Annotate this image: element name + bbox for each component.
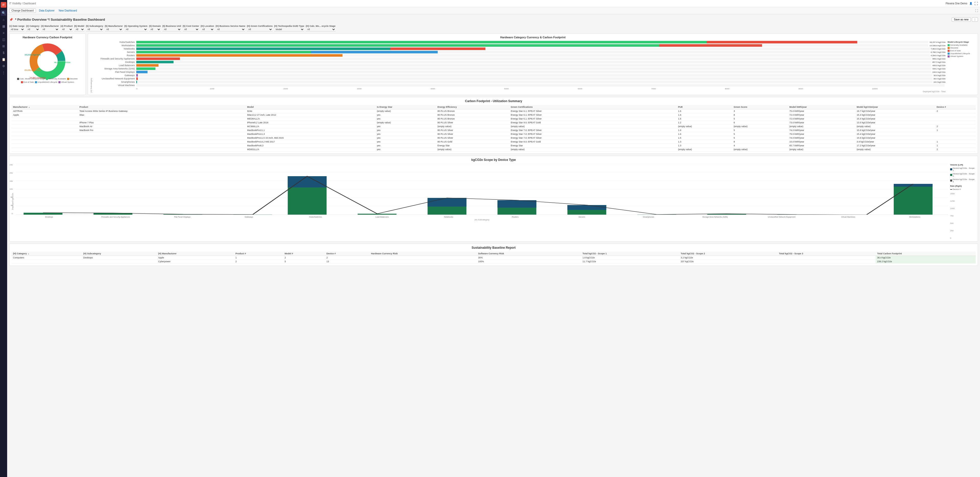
bar-workstations-s2 xyxy=(894,184,932,215)
col-sw-risk[interactable]: Software Currency Risk xyxy=(477,252,581,256)
sidebar-icon-search[interactable]: 🔍 xyxy=(1,10,6,16)
filter-manufacturer2[interactable]: (5) Manufacturer All xyxy=(105,25,123,32)
hbar-row-unclassified: Unclassified Network Equipment 36.4 kgCO… xyxy=(95,77,945,80)
legend-item-obsolete: Obsolete xyxy=(67,78,78,80)
legend-scope1: Device kgCO2e - Scope 1 xyxy=(950,167,976,172)
more-options-button[interactable]: ⋮ xyxy=(972,18,978,22)
col-scope2[interactable]: Total kgCO2 - Scope 2 xyxy=(679,252,777,256)
new-dashboard-button[interactable]: New Dashboard xyxy=(58,9,78,13)
hardware-currency-carbon-title: Hardware Currency Carbon Footprint xyxy=(11,36,83,39)
col-total-carbon[interactable]: Total Carbon Footprint xyxy=(876,252,976,256)
user-icon[interactable]: 👤 xyxy=(969,2,972,5)
hbar-row-servers: Servers 6,786.3 kgCO2e xyxy=(95,51,945,53)
legend-item: Calc. Model Lifecycle Stage xyxy=(17,78,45,80)
filter-manufacturer[interactable]: (3) Manufacturer All xyxy=(41,25,59,32)
filter-lifecycle[interactable]: (H) Calc. Mo... ecycle Stage All xyxy=(306,25,336,32)
kgco2e-bar-svg xyxy=(16,164,948,215)
sidebar-icon-more[interactable]: ⋮ xyxy=(1,70,6,76)
filter-location[interactable]: (H) Location All xyxy=(200,25,214,32)
sidebar-icon-reports[interactable]: ≡ xyxy=(1,30,6,36)
legend-item-virtual: Virtual System xyxy=(59,81,74,83)
hbar-row-vms: Virtual Machines xyxy=(95,84,945,86)
sidebar-icon-contracts[interactable]: 📋 xyxy=(1,57,6,62)
hbar-row-san: Storage Area Networks (SAN) 439.2 kgCO2e xyxy=(95,67,945,70)
filter-green-certs[interactable]: (H) Green Certifications All xyxy=(247,25,272,32)
donut-legend: Calc. Model Lifecycle Stage Generally Av… xyxy=(11,77,83,83)
sidebar-icon-home[interactable]: ⌂ xyxy=(1,17,6,22)
table-row: MacBook Pro MacBookPro11,1 yes 80 PLUS S… xyxy=(11,128,976,132)
hbar-x-labels: 0 1000 2000 3000 4000 5000 6000 7000 800… xyxy=(95,88,945,90)
col-kgco2e[interactable]: Model kgCO2e/year xyxy=(855,105,935,109)
col-model-hash[interactable]: Model # xyxy=(283,252,325,256)
col-product-hash[interactable]: Product # xyxy=(234,252,283,256)
filter-category[interactable]: (2) Category All xyxy=(26,25,40,32)
hardware-category-currency-panel: Hardware Category Currency & Carbon Foot… xyxy=(88,34,978,95)
col-green-score[interactable]: Green Score xyxy=(732,105,788,109)
table-row: Apple iMac iMac13,2 27-inch, Late 2012 y… xyxy=(11,113,976,117)
sidebar-icon-settings[interactable]: ⚙ xyxy=(1,63,6,69)
filter-os[interactable]: (5) Operating System All xyxy=(124,25,148,32)
main-content: 📌 * Portfolio Overview */ Sustainability… xyxy=(7,14,980,477)
hbar-row-flatpanel: Flat Panel Displays 246.0 kgCO2e xyxy=(95,71,945,73)
filter-business-unit[interactable]: (5) Business Unit All xyxy=(162,25,181,32)
col-product[interactable]: Product xyxy=(78,105,245,109)
col-hw-risk[interactable]: Hardware Currency Risk xyxy=(369,252,477,256)
col-device-hash[interactable]: Device # xyxy=(325,252,369,256)
col-model[interactable]: Model xyxy=(245,105,375,109)
change-dashboard-button[interactable]: Change Dashboard xyxy=(9,8,36,13)
sidebar-icon-software[interactable]: ⊞ xyxy=(1,43,6,49)
sidebar-icon-finance[interactable]: $ xyxy=(1,50,6,56)
legend-item-unpublished: Unpublished Lifecycle xyxy=(35,81,57,83)
filter-technopedia[interactable]: (H) Technopedia GUID Type Model xyxy=(274,25,304,32)
col-manufacturer[interactable]: (H) Manufacturer xyxy=(157,252,234,256)
col-category[interactable]: (H) Category ▲ xyxy=(11,252,82,256)
col-manufacturer[interactable]: Manufacturer ▲ xyxy=(11,105,78,109)
col-energy-efficiency[interactable]: Energy Efficiency xyxy=(436,105,509,109)
table-row: MD831LL/A yes (empty value) (empty value… xyxy=(11,148,976,152)
carbon-utilization-panel: Carbon Footprint - Utilization Summary M… xyxy=(9,97,978,154)
share-icon[interactable]: ⛶ xyxy=(974,2,978,6)
table-row: MacBookPro8,3 yes Energy Star Energy Sta… xyxy=(11,144,976,148)
bar-chart-right-legend: Volume (Left) Device kgCO2e - Scope 1 De… xyxy=(950,164,976,239)
legend-available: Generally Available xyxy=(948,44,976,46)
col-scope3[interactable]: Total kgCO2 - Scope 3 xyxy=(777,252,876,256)
filter-domain[interactable]: (5) Domain All xyxy=(149,25,161,32)
y-axis-ticks: 24k 20k 16k 12k 8k 4k 0 xyxy=(10,164,13,215)
dashboard-title: * Portfolio Overview */ Sustainability B… xyxy=(15,18,105,21)
filter-product[interactable]: (4) Product All xyxy=(60,25,73,32)
hbar-row-workstations: Workstations 14,536.8 kgCO2e xyxy=(95,44,945,47)
dashboard-title-bar: 📌 * Portfolio Overview */ Sustainability… xyxy=(9,16,978,23)
right-y-labels: 1500 1250 1000 750 500 250 0 xyxy=(950,193,976,239)
breadcrumb: IT Visibility / Dashboard xyxy=(9,2,36,5)
sustain-row: Cyberpower 2 5 13 100% 11.7 kgCO2e 207 k… xyxy=(11,260,976,263)
col-scope1[interactable]: Total kgCO2 - Scope 1 xyxy=(581,252,679,256)
col-energy-star[interactable]: Is Energy Star xyxy=(375,105,436,109)
sidebar-icon-assets[interactable]: ◫ xyxy=(1,37,6,42)
actionbar-right: ⛶ xyxy=(975,9,978,12)
filter-subcategory[interactable]: (5) Subcategory All xyxy=(86,25,103,32)
donut-chart xyxy=(27,41,68,82)
filter-business-service[interactable]: (H) Business Service Name All xyxy=(216,25,245,32)
col-devices[interactable]: Device # xyxy=(935,105,976,109)
share-button[interactable]: ⛶ xyxy=(975,9,978,12)
col-subcategory[interactable]: (H) Subcategory xyxy=(82,252,157,256)
sustainability-report-title: Sustainability Baseline Report xyxy=(11,246,976,249)
sidebar: IT 🔍 ⌂ ▦ ≡ ◫ ⊞ $ 📋 ⚙ ⋮ xyxy=(0,0,7,477)
carbon-utilization-table: Manufacturer ▲ Product Model Is Energy S… xyxy=(11,105,976,152)
col-pue[interactable]: PUE xyxy=(676,105,732,109)
filter-model[interactable]: (5) Model All xyxy=(74,25,84,32)
save-as-new-button[interactable]: Save as new xyxy=(952,18,971,22)
filter-date-range[interactable]: (1) Date range All time xyxy=(9,25,24,32)
table-row: MacBookPro11,3 yes 80 PLUS Silver Energy… xyxy=(11,132,976,136)
hardware-currency-carbon-panel: Hardware Currency Carbon Footprint xyxy=(9,34,86,95)
sustainability-table: (H) Category ▲ (H) Subcategory (H) Manuf… xyxy=(11,252,976,263)
filter-cost-center[interactable]: (5) Cost Center All xyxy=(183,25,199,32)
col-kwh[interactable]: Model kWh/year xyxy=(788,105,855,109)
legend-obsolete: Obsolete xyxy=(948,47,976,49)
sidebar-icon-dashboard[interactable]: ▦ xyxy=(1,24,6,29)
deployed-kgco2e-label: Deployed kgCO2e - Total xyxy=(95,90,945,93)
app-logo: IT xyxy=(1,2,6,8)
data-explorer-button[interactable]: Data Explorer xyxy=(38,9,56,13)
hbar-row-hubs: Hubs/Switches 18,157.8 kgCO2e xyxy=(95,41,945,43)
col-green-certs[interactable]: Green Certifications xyxy=(509,105,676,109)
